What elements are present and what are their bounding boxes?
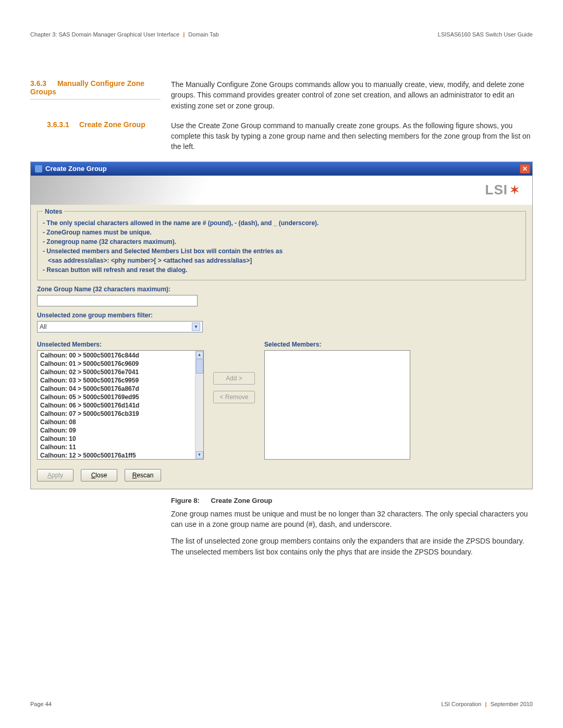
- body-paragraph: The list of unselected zone group member…: [30, 536, 533, 557]
- notes-fieldset: Notes - The only special characters allo…: [37, 208, 526, 280]
- list-item[interactable]: Calhoun: 08: [38, 418, 194, 426]
- scroll-down-icon[interactable]: ▼: [196, 451, 203, 459]
- filter-select[interactable]: All ▼: [37, 321, 203, 332]
- selected-members-label: Selected Members:: [264, 341, 410, 348]
- close-button[interactable]: Close: [81, 469, 117, 482]
- titlebar[interactable]: Create Zone Group ✕: [31, 162, 532, 176]
- banner: LSI ✶: [31, 176, 532, 205]
- app-icon: [35, 165, 42, 172]
- chevron-down-icon[interactable]: ▼: [192, 323, 200, 331]
- unselected-members-label: Unselected Members:: [37, 341, 204, 348]
- note-line: - Zonegroup name (32 characters maximum)…: [43, 237, 520, 246]
- subsection-title: Create Zone Group: [79, 120, 145, 129]
- rescan-button[interactable]: Rescan: [125, 469, 161, 482]
- note-line: - The only special characters allowed in…: [43, 218, 520, 228]
- body-paragraph: Zone group names must be unique and must…: [30, 509, 533, 530]
- subsection-number: 3.6.3.1: [47, 120, 77, 129]
- section-number: 3.6.3: [30, 79, 55, 88]
- header-chapter: Chapter 3: SAS Domain Manager Graphical …: [30, 31, 179, 38]
- list-item[interactable]: Calhoun: 05 > 5000c5001769ed95: [38, 393, 194, 401]
- list-item[interactable]: Calhoun: 02 > 5000c500176e7041: [38, 368, 194, 376]
- list-item[interactable]: Calhoun: 00 > 5000c500176c844d: [38, 351, 194, 360]
- divider-icon: |: [183, 31, 185, 38]
- note-line: - Rescan button will refresh and reset t…: [43, 265, 520, 275]
- header-guide: LSISAS6160 SAS Switch User Guide: [438, 31, 533, 38]
- note-line: <sas address/alias>: <phy number>[ > <at…: [43, 256, 520, 265]
- list-item[interactable]: Calhoun: 11: [38, 443, 194, 451]
- subsection-body: Use the Create Zone Group command to man…: [171, 120, 533, 152]
- figure-number: Figure 8:: [171, 497, 200, 504]
- scroll-thumb[interactable]: [196, 359, 203, 374]
- create-zone-group-dialog: Create Zone Group ✕ LSI ✶ Notes - The on…: [30, 162, 533, 489]
- filter-value: All: [40, 323, 46, 330]
- close-icon[interactable]: ✕: [520, 164, 530, 174]
- dialog-title: Create Zone Group: [45, 165, 107, 172]
- remove-button[interactable]: < Remove: [213, 391, 255, 403]
- selected-members-listbox[interactable]: [264, 350, 410, 460]
- list-item[interactable]: Calhoun: 12 > 5000c500176a1ff5: [38, 451, 194, 459]
- zone-group-name-input[interactable]: [37, 295, 198, 306]
- divider-icon: |: [485, 701, 487, 707]
- page-footer: Page 44 LSI Corporation | September 2010: [30, 701, 533, 707]
- list-item[interactable]: Calhoun: 04 > 5000c500176a867d: [38, 385, 194, 393]
- notes-legend: Notes: [43, 208, 64, 215]
- apply-button[interactable]: Apply: [37, 469, 74, 482]
- add-button[interactable]: Add >: [213, 372, 255, 385]
- logo: LSI ✶: [485, 182, 520, 198]
- zone-group-name-label: Zone Group Name (32 characters maximum):: [37, 286, 526, 293]
- list-item[interactable]: Calhoun: 09: [38, 426, 194, 435]
- footer-corp: LSI Corporation: [441, 701, 481, 707]
- scroll-up-icon[interactable]: ▲: [196, 351, 203, 359]
- note-line: - ZoneGroup names must be unique.: [43, 228, 520, 237]
- footer-date: September 2010: [491, 701, 533, 707]
- header-tab: Domain Tab: [188, 31, 219, 38]
- note-line: - Unselected members and Selected Member…: [43, 246, 520, 256]
- list-item[interactable]: Calhoun: 01 > 5000c500176c9609: [38, 360, 194, 368]
- figure-title: Create Zone Group: [211, 497, 273, 504]
- figure-caption: Figure 8: Create Zone Group: [30, 497, 533, 504]
- page-header: Chapter 3: SAS Domain Manager Graphical …: [30, 31, 533, 38]
- list-item[interactable]: Calhoun: 03 > 5000c500176c9959: [38, 376, 194, 385]
- page-number: Page 44: [30, 701, 52, 707]
- list-item[interactable]: Calhoun: 10: [38, 435, 194, 443]
- filter-label: Unselected zone group members filter:: [37, 312, 526, 319]
- list-item[interactable]: Calhoun: 06 > 5000c500176d141d: [38, 401, 194, 410]
- section-body: The Manually Configure Zone Groups comma…: [171, 79, 533, 111]
- unselected-members-listbox[interactable]: Calhoun: 00 > 5000c500176c844d Calhoun: …: [37, 350, 204, 460]
- list-item[interactable]: Calhoun: 07 > 5000c500176cb319: [38, 410, 194, 418]
- scrollbar[interactable]: ▲ ▼: [195, 351, 203, 459]
- star-icon: ✶: [510, 183, 520, 197]
